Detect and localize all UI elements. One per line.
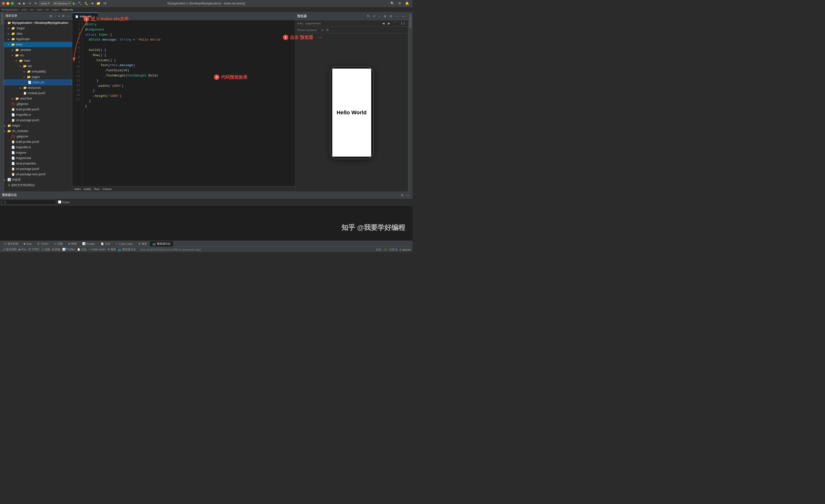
tree-item-src[interactable]: ▾ 📂 src — [4, 53, 72, 58]
tree-item-hvigorfile2[interactable]: ▶ 📄 hvigorfile.ts — [4, 145, 72, 150]
tree-item-resources[interactable]: ▶ 📁 resources — [4, 85, 72, 90]
code-bc-build[interactable]: build() — [84, 188, 91, 190]
bottom-tab-preview-log[interactable]: 📺 预览器日志 — [150, 241, 173, 247]
project-action-collapse[interactable]: — — [66, 14, 71, 18]
tree-item-entry[interactable]: ▾ 📂 entry — [4, 42, 72, 47]
project-action-filter[interactable]: ≡ — [57, 14, 61, 18]
breadcrumb-myapp[interactable]: MyApplication — [1, 8, 18, 11]
tab-close-icon[interactable]: ✕ — [93, 15, 95, 18]
bottom-tab-profiler[interactable]: 📊 Profiler — [80, 241, 98, 247]
settings-button[interactable]: ⚙ — [33, 1, 38, 6]
project-action-gear[interactable]: ⚙ — [61, 14, 65, 18]
tree-item-local-properties[interactable]: ▶ 📄 local.properties — [4, 161, 72, 166]
code-bc-row[interactable]: Row — [94, 188, 100, 190]
breadcrumb-entry[interactable]: entry — [21, 8, 27, 11]
preview-dots-btn[interactable]: ⋯ — [394, 14, 400, 18]
preview-split-btn[interactable]: ⊟ — [388, 14, 393, 18]
preview-forward-btn[interactable]: ▶ — [387, 21, 391, 25]
tree-item-appscope[interactable]: ▶ 📁 AppScope — [4, 36, 72, 42]
code-content[interactable]: @Entry @Component struct Index { @State … — [82, 20, 295, 186]
tree-item-temp-console[interactable]: ▶ 🖥 临时文件和控制台 — [4, 182, 72, 188]
bottom-tab-problems[interactable]: ⚠ 问题 — [52, 241, 65, 247]
regex-checkbox[interactable] — [58, 200, 61, 203]
tree-item-hvigor[interactable]: ▶ 📁 .hvigor — [4, 25, 72, 31]
breadcrumb-main[interactable]: main — [36, 8, 43, 11]
status-problems-btn[interactable]: ⚠ 问题 — [41, 248, 50, 251]
code-bc-index[interactable]: Index — [74, 188, 81, 190]
bottom-tab-log[interactable]: 📋 日志 — [98, 241, 113, 247]
tree-item-oh-modules[interactable]: ▾ 📂 oh_modules — [4, 128, 72, 134]
build-button[interactable]: 🔨 — [77, 1, 83, 6]
tree-item-pages[interactable]: ▾ 📂 pages — [4, 74, 72, 80]
tree-item-build-profile1[interactable]: ▶ 📋 build-profile.json5 — [4, 107, 72, 112]
status-todo-btn[interactable]: ☰ TODO — [28, 248, 39, 251]
breadcrumb-ets[interactable]: ets — [45, 8, 49, 11]
stop-button[interactable]: ■ — [90, 1, 94, 6]
tree-item-root[interactable]: ▾ 📁 MyApplication ~/Desktop/MyApplicatio… — [4, 20, 72, 25]
status-codelinter-btn[interactable]: ✓ Code Linter — [88, 248, 105, 251]
tree-item-gitignore1[interactable]: ▶ 🚫 .gitignore — [4, 101, 72, 107]
status-services-btn[interactable]: ⚙ 服务 — [107, 248, 116, 251]
bottom-tab-run[interactable]: ▶ Run — [21, 241, 34, 247]
tree-item-hvigorfile1[interactable]: ▶ 📄 hvigorfile.ts — [4, 112, 72, 117]
status-profiler-btn[interactable]: 📊 Profiler — [62, 248, 75, 251]
back-button[interactable]: ◀ — [17, 1, 21, 6]
preview-phone-icon-btn[interactable]: 📱 — [392, 21, 398, 25]
tree-item-preview-folder[interactable]: ▶ 📁 .preview — [4, 47, 72, 53]
preview-close-btn[interactable]: — — [401, 14, 406, 18]
tree-item-ohostest[interactable]: ▶ 📁 ohosTest — [4, 96, 72, 101]
tree-item-ext-libs[interactable]: ▶ 📊 外部库 — [4, 177, 72, 182]
notification-button[interactable]: 🔔 — [404, 1, 410, 6]
maximize-button[interactable] — [11, 2, 14, 5]
tree-item-hvigor-top[interactable]: ▶ 📁 hvigor — [4, 123, 72, 128]
breadcrumb-index[interactable]: Index.ets — [62, 8, 73, 11]
file-manager-button[interactable]: 📁 — [95, 1, 101, 6]
tree-item-idea[interactable]: ▶ 📁 .idea — [4, 31, 72, 36]
tree-item-hvigorw[interactable]: ▶ 📄 hvigorw — [4, 150, 72, 155]
tree-item-entryability[interactable]: ▶ 📁 entryability — [4, 69, 72, 74]
close-button[interactable] — [2, 2, 5, 5]
bottom-tab-services[interactable]: ⚙ 服务 — [136, 241, 150, 247]
preview-font-size-btn[interactable]: Tt — [366, 14, 371, 18]
device-btn-rotate[interactable]: ◁ — [320, 28, 324, 32]
bottom-tab-code-linter[interactable]: ✓ Code Linter — [114, 241, 136, 247]
tree-item-index-ets[interactable]: 📄 Index.ets — [4, 80, 72, 85]
preview-grid-btn[interactable]: ⊞ — [382, 14, 387, 18]
breadcrumb-pages[interactable]: pages — [52, 8, 59, 11]
status-vcs-btn[interactable]: ⎇ 版本控制 — [2, 248, 17, 251]
status-terminal-btn[interactable]: ⊞ 终端 — [52, 248, 60, 251]
bottom-settings-btn[interactable]: ⚙ — [400, 193, 404, 197]
preview-refresh-btn[interactable]: ↺ — [372, 14, 377, 18]
bookmarks-label[interactable]: Bookmarks — [1, 13, 3, 24]
log-search-input[interactable] — [2, 200, 56, 204]
code-bc-column[interactable]: Column — [102, 188, 112, 190]
regex-checkbox-label[interactable]: Regex — [58, 200, 70, 203]
preview-zoom-btn[interactable]: 1:1 — [399, 21, 406, 25]
preview-back-btn[interactable]: ◀ — [381, 21, 386, 25]
tree-item-oh-package1[interactable]: ▶ 📋 oh-package.json5 — [4, 117, 72, 123]
breadcrumb-src[interactable]: src — [30, 8, 34, 11]
search-button[interactable]: 🔍 — [389, 1, 395, 6]
run-button[interactable]: ▶ — [73, 1, 76, 6]
tree-item-ets[interactable]: ▾ 📂 ets — [4, 64, 72, 69]
status-preview-log-btn[interactable]: 📺 预览器日志 — [118, 248, 136, 251]
forward-button[interactable]: ▶ — [22, 1, 26, 6]
bottom-minimize-btn[interactable]: — — [405, 193, 410, 197]
status-indent-btn[interactable]: 2 spaces — [400, 248, 410, 251]
minimize-button[interactable] — [6, 2, 9, 5]
project-action-sync[interactable]: ↕ — [54, 14, 57, 18]
preview-download-btn[interactable]: ↓ — [378, 14, 381, 18]
tab-index-ets[interactable]: 📄 Index.ets ✕ — [72, 12, 98, 20]
refresh-button[interactable]: ↺ — [27, 1, 32, 6]
tree-item-oh-package2[interactable]: ▶ 📋 oh-package.json5 — [4, 166, 72, 172]
tree-item-module-json5[interactable]: ▶ 📋 module.json5 — [4, 90, 72, 96]
bottom-tab-terminal[interactable]: ⊞ 终端 — [66, 241, 79, 247]
entry-dropdown[interactable]: entry ▾ — [39, 1, 51, 6]
bottom-tab-todo[interactable]: ☰ TODO — [35, 241, 51, 247]
status-lf-btn[interactable]: LF — [384, 248, 387, 251]
notifications-label[interactable]: Notifications — [409, 14, 412, 27]
translate-button[interactable]: 译 — [102, 1, 107, 6]
gear-button[interactable]: ⚙ — [397, 1, 402, 6]
debug-button[interactable]: 🐛 — [84, 1, 89, 6]
tree-item-oh-package-lock[interactable]: ▶ 📋 oh-package-lock.json5 — [4, 172, 72, 177]
